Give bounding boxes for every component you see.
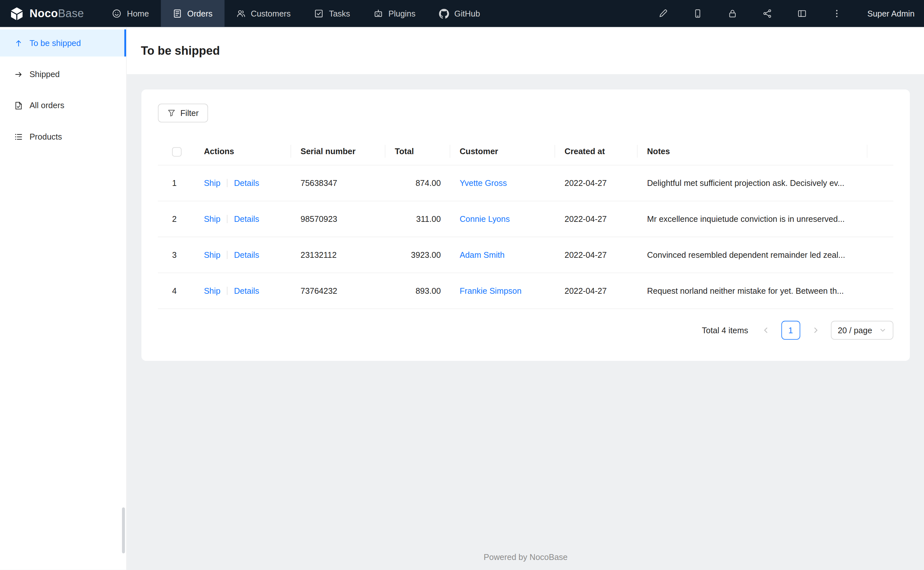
logo-text-bold: Noco xyxy=(29,7,58,20)
sidebar-item-all-orders[interactable]: All orders xyxy=(0,92,126,119)
sidebar-item-shipped[interactable]: Shipped xyxy=(0,61,126,88)
nav-item-github[interactable]: GitHub xyxy=(427,0,492,27)
created-at-cell: 2022-04-27 xyxy=(555,273,637,308)
page-size-select[interactable]: 20 / page xyxy=(831,321,893,340)
lock-button[interactable] xyxy=(715,0,750,27)
serial-number-cell: 23132112 xyxy=(291,237,386,272)
nav-item-label: Tasks xyxy=(329,9,350,18)
ship-link[interactable]: Ship xyxy=(204,178,220,188)
filter-button[interactable]: Filter xyxy=(158,104,208,123)
customer-cell: Yvette Gross xyxy=(450,165,555,201)
action-divider xyxy=(227,251,228,259)
customer-cell: Connie Lyons xyxy=(450,201,555,237)
table-row: 3 ShipDetails 23132112 3923.00 Adam Smit… xyxy=(158,237,893,273)
user-menu[interactable]: Super Admin xyxy=(854,9,924,18)
ui-editor-button[interactable] xyxy=(646,0,681,27)
row-actions-cell: ShipDetails xyxy=(195,237,291,272)
notes-cell: Convinced resembled dependent remainder … xyxy=(638,237,867,272)
mobile-icon xyxy=(693,9,703,18)
details-link[interactable]: Details xyxy=(234,178,259,188)
sidebar-scrollbar-thumb[interactable] xyxy=(122,507,125,553)
table-header-row: Actions Serial number Total Customer Cre… xyxy=(158,138,893,165)
header-created-at: Created at xyxy=(555,138,637,165)
serial-number-cell: 73764232 xyxy=(291,273,386,308)
row-index: 3 xyxy=(158,237,195,272)
table-toolbar: Filter xyxy=(158,104,893,123)
more-ellipsis-icon xyxy=(832,9,842,18)
row-tail-spacer xyxy=(867,273,893,308)
pagination-next-button[interactable] xyxy=(806,321,825,340)
layout-button[interactable] xyxy=(785,0,819,27)
nocobase-logo[interactable]: NocoBase xyxy=(0,0,100,27)
nav-item-home[interactable]: Home xyxy=(100,0,161,27)
pagination-prev-button[interactable] xyxy=(756,321,775,340)
shell: To be shipped Shipped All orders xyxy=(0,27,924,570)
row-tail-spacer xyxy=(867,237,893,272)
page-title: To be shipped xyxy=(141,44,220,57)
customer-link[interactable]: Frankie Simpson xyxy=(460,286,522,295)
select-all-checkbox[interactable] xyxy=(172,147,181,157)
serial-number-cell: 98570923 xyxy=(291,201,386,237)
customer-link[interactable]: Connie Lyons xyxy=(460,215,510,224)
ship-link[interactable]: Ship xyxy=(204,250,220,259)
app-root: NocoBase Home Orders xyxy=(0,0,924,570)
row-index: 2 xyxy=(158,201,195,237)
navbar-right-actions: Super Admin xyxy=(646,0,924,27)
nav-item-label: Customers xyxy=(251,9,291,18)
customer-link[interactable]: Adam Smith xyxy=(460,250,505,259)
page-size-value: 20 / page xyxy=(838,325,872,335)
sidebar-item-to-be-shipped[interactable]: To be shipped xyxy=(0,29,126,57)
total-cell: 3923.00 xyxy=(386,237,450,272)
arrow-up-icon xyxy=(14,38,23,47)
nav-item-plugins[interactable]: Plugins xyxy=(362,0,427,27)
arrow-right-icon xyxy=(14,70,23,78)
notes-cell: Mr excellence inquietude conviction is i… xyxy=(638,201,867,237)
header-actions: Actions xyxy=(195,138,291,165)
details-link[interactable]: Details xyxy=(234,286,259,295)
chevron-right-icon xyxy=(811,326,819,334)
sidebar-item-products[interactable]: Products xyxy=(0,123,126,150)
pagination-page-1[interactable]: 1 xyxy=(781,321,800,340)
table-row: 1 ShipDetails 75638347 874.00 Yvette Gro… xyxy=(158,165,893,201)
orders-table: Actions Serial number Total Customer Cre… xyxy=(158,138,893,309)
row-index: 1 xyxy=(158,165,195,201)
logo-text-light: Base xyxy=(58,7,84,20)
nav-item-orders[interactable]: Orders xyxy=(161,0,224,27)
action-divider xyxy=(227,215,228,223)
header-tail-spacer xyxy=(867,138,893,165)
customer-link[interactable]: Yvette Gross xyxy=(460,178,507,188)
ship-link[interactable]: Ship xyxy=(204,286,220,295)
total-cell: 874.00 xyxy=(386,165,450,201)
action-divider xyxy=(227,179,228,187)
filter-funnel-icon xyxy=(167,109,175,117)
ship-link[interactable]: Ship xyxy=(204,215,220,224)
customer-cell: Adam Smith xyxy=(450,237,555,272)
chevron-down-icon xyxy=(879,327,886,334)
layout-icon xyxy=(798,9,807,18)
row-actions-cell: ShipDetails xyxy=(195,273,291,308)
table-row: 2 ShipDetails 98570923 311.00 Connie Lyo… xyxy=(158,201,893,238)
collections-graph-icon xyxy=(763,9,772,18)
created-at-cell: 2022-04-27 xyxy=(555,237,637,272)
nav-item-label: Orders xyxy=(188,9,213,18)
orders-file-icon xyxy=(14,101,23,110)
header-serial-number: Serial number xyxy=(291,138,386,165)
logo-text: NocoBase xyxy=(29,7,84,20)
details-link[interactable]: Details xyxy=(234,250,259,259)
chevron-left-icon xyxy=(761,326,770,334)
customers-icon xyxy=(236,9,245,18)
serial-number-cell: 75638347 xyxy=(291,165,386,201)
orders-card: Filter Actions Serial number Total Custo… xyxy=(141,89,910,361)
details-link[interactable]: Details xyxy=(234,215,259,224)
nav-item-tasks[interactable]: Tasks xyxy=(303,0,362,27)
more-button[interactable] xyxy=(819,0,854,27)
nav-item-customers[interactable]: Customers xyxy=(224,0,303,27)
select-all-cell xyxy=(158,138,195,165)
orders-icon xyxy=(172,9,182,18)
nav-item-label: GitHub xyxy=(454,9,480,18)
main-area: To be shipped Filter xyxy=(127,27,924,570)
home-icon xyxy=(112,9,121,18)
collections-button[interactable] xyxy=(750,0,785,27)
mobile-client-button[interactable] xyxy=(681,0,715,27)
nav-item-label: Plugins xyxy=(388,9,415,18)
